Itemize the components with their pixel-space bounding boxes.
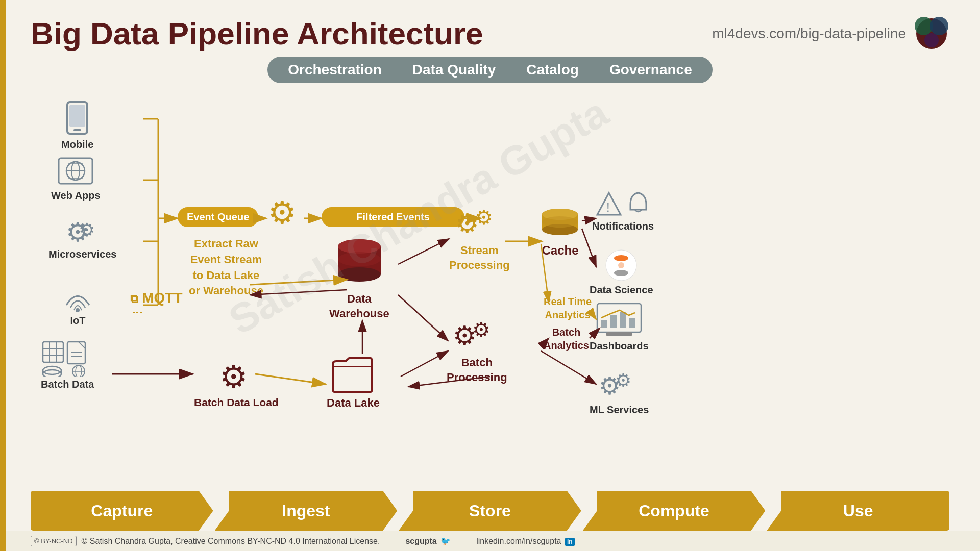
svg-point-51 bbox=[614, 270, 628, 276]
twitter-handle: scgupta 🐦 bbox=[405, 536, 451, 546]
svg-text:⚙: ⚙ bbox=[615, 370, 631, 391]
diagram-area: Satish Chandra Gupta Mobile Web Apps ⚙ ⚙… bbox=[0, 91, 980, 453]
pipeline-use: Use bbox=[767, 491, 949, 531]
twitter-icon: 🐦 bbox=[440, 537, 451, 545]
svg-point-2 bbox=[930, 17, 948, 35]
topbar-governance: Governance bbox=[609, 62, 692, 78]
pipeline-ingest: Ingest bbox=[215, 491, 398, 531]
real-time-analytics-label: Real TimeAnalytics bbox=[544, 295, 592, 321]
batch-analytics: BatchAnalytics bbox=[544, 325, 589, 352]
svg-rect-56 bbox=[620, 312, 626, 328]
topbar-catalog: Catalog bbox=[526, 62, 579, 78]
logo-area: ml4devs.com/big-data-pipeline bbox=[712, 16, 949, 52]
svg-point-35 bbox=[338, 239, 381, 254]
svg-text:⚙: ⚙ bbox=[219, 359, 248, 394]
cache: Cache bbox=[541, 208, 579, 258]
extract-text: Extract Raw Event Stream to Data Lake or… bbox=[189, 236, 263, 299]
batch-processing: ⚙ ⚙ BatchProcessing bbox=[447, 315, 507, 385]
header: Big Data Pipeline Architecture ml4devs.c… bbox=[0, 0, 980, 57]
batch-load-gear-icon: ⚙ bbox=[217, 356, 255, 394]
jupyter-icon bbox=[605, 249, 638, 282]
svg-rect-55 bbox=[610, 315, 617, 328]
mqtt-logo: ⧉ MQTT bbox=[130, 290, 183, 306]
svg-line-84 bbox=[541, 351, 596, 384]
svg-point-28 bbox=[72, 365, 85, 377]
batch-data-load: ⚙ Batch Data Load bbox=[194, 356, 279, 409]
footer: © BY-NC-ND © Satish Chandra Gupta, Creat… bbox=[0, 531, 980, 551]
svg-line-78 bbox=[401, 351, 448, 377]
stream-processing-label: StreamProcessing bbox=[449, 243, 510, 272]
batch-analytics-label: BatchAnalytics bbox=[544, 325, 589, 352]
batchdata-icon bbox=[42, 341, 93, 377]
notifications: ! Notifications bbox=[592, 190, 654, 232]
linkedin-icon: in bbox=[565, 538, 575, 546]
svg-line-74 bbox=[398, 295, 448, 341]
webapps-icon bbox=[58, 157, 93, 188]
dashboards-icon bbox=[596, 303, 642, 338]
source-microservices: ⚙ ⚙ Microservices bbox=[48, 216, 116, 260]
batch-processing-label: BatchProcessing bbox=[447, 356, 507, 385]
top-bar-container: Orchestration Data Quality Catalog Gover… bbox=[0, 57, 980, 83]
iot-label: IoT bbox=[70, 315, 86, 327]
ml-services: ⚙ ⚙ ML Services bbox=[590, 366, 649, 416]
dashboards: Dashboards bbox=[590, 303, 649, 352]
source-webapps: Web Apps bbox=[51, 157, 101, 202]
microservices-label: Microservices bbox=[48, 248, 116, 260]
topbar-dataquality: Data Quality bbox=[412, 62, 496, 78]
source-iot: IoT bbox=[61, 285, 94, 327]
url-text: ml4devs.com/big-data-pipeline bbox=[712, 26, 906, 42]
topbar-orchestration: Orchestration bbox=[288, 62, 382, 78]
mobile-icon bbox=[63, 101, 91, 137]
left-border-accent bbox=[0, 0, 6, 551]
source-batchdata: Batch Data bbox=[41, 341, 94, 390]
gear-processor-icon: ⚙ bbox=[265, 192, 304, 230]
batch-processing-icon: ⚙ ⚙ bbox=[453, 315, 501, 354]
source-mobile: Mobile bbox=[61, 101, 93, 151]
svg-line-73 bbox=[398, 239, 449, 264]
webapps-label: Web Apps bbox=[51, 190, 101, 202]
top-bar: Orchestration Data Quality Catalog Gover… bbox=[267, 57, 713, 83]
svg-point-50 bbox=[614, 255, 628, 261]
mobile-label: Mobile bbox=[61, 139, 93, 151]
page-title: Big Data Pipeline Architecture bbox=[31, 15, 483, 52]
svg-rect-54 bbox=[601, 320, 607, 328]
ml-services-icon: ⚙ ⚙ bbox=[599, 366, 640, 402]
filtered-events: Filtered Events bbox=[322, 207, 464, 227]
svg-rect-57 bbox=[629, 318, 635, 328]
svg-rect-16 bbox=[43, 342, 63, 362]
svg-rect-58 bbox=[606, 332, 632, 336]
svg-point-36 bbox=[338, 252, 381, 266]
cache-label: Cache bbox=[542, 243, 578, 258]
pipeline-compute: Compute bbox=[583, 491, 766, 531]
microservices-icon: ⚙ ⚙ bbox=[63, 216, 102, 246]
cc-badge: © BY-NC-ND bbox=[31, 536, 77, 546]
svg-point-15 bbox=[76, 308, 80, 312]
svg-rect-6 bbox=[69, 105, 85, 127]
linkedin-link: linkedin.com/in/scgupta in bbox=[476, 537, 574, 546]
svg-text:!: ! bbox=[606, 201, 610, 214]
cache-icon bbox=[541, 208, 579, 241]
data-warehouse: DataWarehouse bbox=[329, 239, 389, 321]
svg-text:⚙: ⚙ bbox=[472, 318, 491, 341]
data-warehouse-label: DataWarehouse bbox=[329, 292, 389, 321]
event-queue: Event Queue bbox=[178, 207, 258, 227]
notifications-label: Notifications bbox=[592, 220, 654, 232]
svg-point-34 bbox=[338, 267, 381, 282]
cc-icon: © bbox=[34, 537, 39, 545]
svg-point-46 bbox=[542, 216, 578, 228]
svg-point-52 bbox=[618, 262, 624, 268]
warning-icon: ! bbox=[596, 190, 622, 218]
copyright-text: © Satish Chandra Gupta, Creative Commons… bbox=[82, 537, 380, 546]
real-time-analytics: Real TimeAnalytics bbox=[544, 295, 592, 321]
data-science: Data Science bbox=[590, 249, 653, 296]
iot-icon bbox=[61, 285, 94, 313]
ml-services-label: ML Services bbox=[590, 404, 649, 416]
dashboards-label: Dashboards bbox=[590, 340, 649, 352]
svg-text:⚙: ⚙ bbox=[475, 206, 493, 229]
batchdata-label: Batch Data bbox=[41, 379, 94, 390]
stream-processing: ⚙ ⚙ StreamProcessing bbox=[449, 203, 510, 272]
svg-rect-5 bbox=[74, 129, 81, 131]
data-lake: Data Lake bbox=[327, 354, 380, 410]
svg-text:⚙: ⚙ bbox=[79, 219, 95, 240]
stream-processor-gear: ⚙ bbox=[265, 192, 304, 232]
